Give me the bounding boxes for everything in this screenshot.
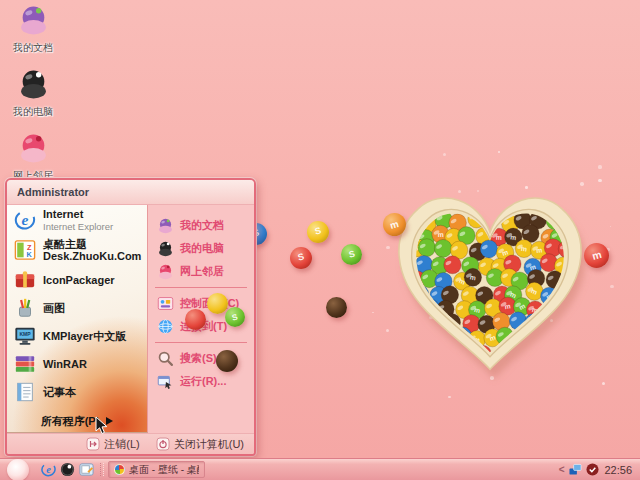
- desktop-icon-my-computer[interactable]: 我的电脑: [4, 67, 62, 119]
- start-menu-item-zhuoku-theme[interactable]: ZK桌酷主题Desk.ZhuoKu.Com: [7, 235, 147, 266]
- iconpackager-icon: [14, 269, 36, 291]
- all-programs-arrow-icon: [106, 417, 113, 425]
- start-menu-item-text: InternetInternet Explorer: [43, 208, 113, 232]
- taskbar-divider: [100, 463, 104, 476]
- log-off-button[interactable]: 注销(L): [86, 437, 139, 452]
- cupcake-my-documents-icon: [17, 3, 50, 40]
- winrar-icon: [14, 353, 36, 375]
- control-panel-icon: [157, 295, 174, 312]
- svg-text:e: e: [46, 464, 51, 475]
- connect-icon: [157, 318, 174, 335]
- start-menu-item-search[interactable]: 搜索(S): [148, 347, 254, 370]
- candy-decoration: [185, 309, 206, 330]
- internet-explorer-icon: e: [41, 462, 56, 477]
- start-button[interactable]: [7, 459, 29, 480]
- all-programs-label: 所有程序(P): [41, 414, 100, 429]
- start-menu-item-label: 我的文档: [180, 218, 224, 233]
- tray-collapse-chevron-icon[interactable]: <: [559, 464, 565, 475]
- start-menu-item-label: 画图: [43, 302, 65, 315]
- search-icon: [157, 350, 174, 367]
- run-icon: [157, 373, 174, 390]
- polka-dot: [448, 396, 451, 399]
- media-player-icon: [60, 462, 75, 477]
- zhuoku-theme-icon: ZK: [14, 239, 36, 261]
- start-menu-item-kmplayer[interactable]: KMPKMPlayer中文版: [7, 322, 147, 350]
- start-menu-item-label: 桌酷主题Desk.ZhuoKu.Com: [43, 238, 145, 263]
- start-menu-item-network-places[interactable]: 网上邻居: [148, 260, 254, 283]
- start-menu-item-iconpackager[interactable]: IconPackager: [7, 266, 147, 294]
- candy-decoration: m: [383, 213, 406, 236]
- user-name: Administrator: [17, 186, 89, 198]
- show-desktop-icon: [79, 462, 94, 477]
- start-menu-item-label: Internet: [43, 208, 113, 221]
- cake-black-icon: [157, 240, 174, 257]
- internet-icon: e: [14, 209, 36, 231]
- kmplayer-icon: KMP: [14, 325, 36, 347]
- shut-down-button[interactable]: 关闭计算机(U): [156, 437, 244, 452]
- cupcake-network-places-icon: [17, 131, 50, 168]
- start-menu-item-text: WinRAR: [43, 358, 87, 371]
- start-menu-item-text: IconPackager: [43, 274, 115, 287]
- desktop: mmmmmmmmmmmmmmmmmmmmmmmmmmmmmmmm 我的文档我的电…: [0, 0, 640, 480]
- candy-task-icon: [114, 464, 125, 475]
- start-menu-item-text: 记事本: [43, 386, 76, 399]
- desktop-icon-network-places[interactable]: 网上邻居: [4, 131, 62, 183]
- heart-candy-bowl-wallpaper: mmmmmmmmmmmmmmmmmmmmmmmmmmmmmmmm: [381, 170, 599, 395]
- desktop-icon-my-documents[interactable]: 我的文档: [4, 3, 62, 55]
- svg-text:m: m: [416, 346, 423, 354]
- quick-launch-internet-explorer[interactable]: e: [41, 462, 56, 477]
- task-button-desktop-wallpaper[interactable]: 桌面 - 壁纸 - 桌酷...: [108, 461, 205, 478]
- task-button-label: 桌面 - 壁纸 - 桌酷...: [129, 463, 199, 477]
- start-menu: Administrator eInternetInternet Explorer…: [5, 178, 256, 456]
- svg-text:m: m: [496, 234, 502, 241]
- start-menu-separator: [155, 342, 247, 343]
- start-menu-item-label: WinRAR: [43, 358, 87, 371]
- desktop-icon-label: 我的文档: [13, 41, 53, 55]
- tray-network-icon[interactable]: [569, 463, 582, 476]
- candy-decoration: m: [584, 243, 609, 268]
- start-menu-item-internet[interactable]: eInternetInternet Explorer: [7, 205, 147, 235]
- start-menu-item-my-documents[interactable]: 我的文档: [148, 214, 254, 237]
- svg-text:m: m: [438, 231, 444, 238]
- start-menu-body: eInternetInternet ExplorerZK桌酷主题Desk.Zhu…: [7, 205, 254, 433]
- svg-text:m: m: [566, 331, 573, 339]
- candy-decoration: S: [225, 307, 245, 327]
- polka-dot: [610, 226, 612, 228]
- start-menu-item-label: IconPackager: [43, 274, 115, 287]
- start-menu-item-label: 网上邻居: [180, 264, 224, 279]
- start-menu-item-label: 记事本: [43, 386, 76, 399]
- candy-decoration: [207, 293, 228, 314]
- start-menu-item-paint[interactable]: 画图: [7, 294, 147, 322]
- svg-text:K: K: [26, 250, 32, 259]
- start-menu-item-notepad[interactable]: 记事本: [7, 378, 147, 406]
- polka-dot: [598, 165, 601, 168]
- quick-launch-show-desktop[interactable]: [79, 462, 94, 477]
- notepad-icon: [14, 381, 36, 403]
- log-off-label: 注销(L): [104, 437, 139, 452]
- candy-decoration: [216, 350, 238, 372]
- taskbar-clock: 22:56: [604, 464, 632, 476]
- start-menu-item-run[interactable]: 运行(R)...: [148, 370, 254, 393]
- start-menu-item-label: 搜索(S): [180, 351, 217, 366]
- log-off-icon: [86, 437, 100, 451]
- desktop-icon-label: 我的电脑: [13, 105, 53, 119]
- start-menu-bottom-bar: 注销(L) 关闭计算机(U): [7, 433, 254, 454]
- polka-dot: [610, 285, 613, 288]
- candy-decoration: S: [307, 221, 329, 243]
- quick-launch-media-player[interactable]: [60, 462, 75, 477]
- start-menu-item-my-computer[interactable]: 我的电脑: [148, 237, 254, 260]
- cake-purple-icon: [157, 217, 174, 234]
- shut-down-icon: [156, 437, 170, 451]
- tray-security-icon[interactable]: [586, 463, 599, 476]
- start-menu-item-winrar[interactable]: WinRAR: [7, 350, 147, 378]
- quick-launch-bar: e: [41, 462, 94, 477]
- system-tray: < 22:56: [559, 463, 640, 476]
- start-menu-separator: [155, 287, 247, 288]
- polka-dot: [372, 312, 374, 314]
- svg-text:e: e: [22, 211, 29, 228]
- svg-text:m: m: [521, 245, 528, 253]
- taskbar: e 桌面 - 壁纸 - 桌酷... < 22:56: [0, 458, 640, 480]
- polka-dot: [498, 151, 500, 153]
- svg-text:m: m: [469, 273, 476, 281]
- candy-decoration: S: [290, 247, 312, 269]
